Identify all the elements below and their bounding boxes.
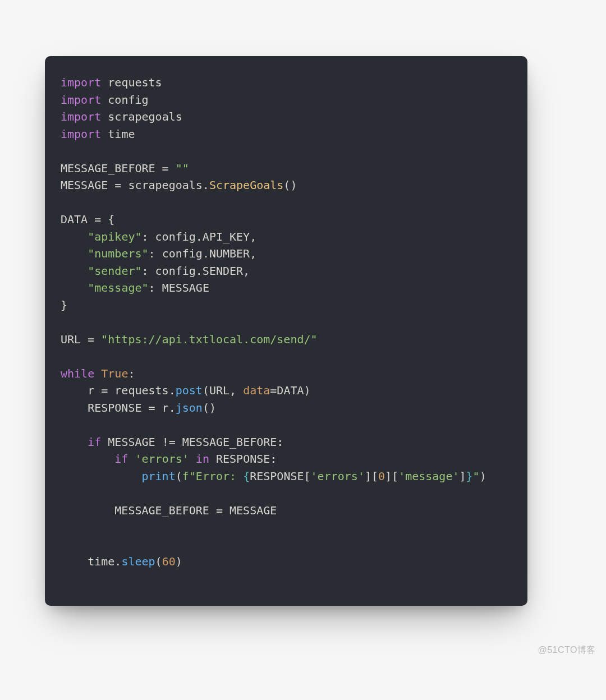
watermark-text: @51CTO博客 [538,644,596,656]
interp-mid2: ][ [385,469,398,483]
mod-config: config [108,93,148,107]
err-k2: 'message' [398,469,459,483]
colon: : [128,367,135,380]
kw-import: import [61,93,101,107]
msg-decl: MESSAGE = scrapegoals. [61,178,209,192]
r-args-close: =DATA) [270,384,310,397]
interp-open: { [243,469,250,483]
fstring-suffix: " [473,469,480,483]
sleep-close: ) [176,555,182,568]
fn-json: json [176,401,203,415]
data-head: DATA = { [61,213,114,226]
interp-body: RESPONSE[ [250,469,310,483]
kwarg-data: data [243,384,270,397]
sleep-pad: time. [61,555,121,568]
print-pad [61,469,142,483]
cond-2a [128,452,135,466]
kw-if: if [88,435,101,449]
parens: () [283,178,297,192]
code-block: import requests import config import scr… [61,74,527,570]
r-args-open: (URL, [203,384,243,397]
msg-before-decl: MESSAGE_BEFORE = [61,162,176,175]
const-true: True [101,367,128,380]
interp-mid: ][ [365,469,378,483]
idx-zero: 0 [378,469,385,483]
kw-while: while [61,367,94,380]
key-message: "message" [88,281,148,294]
sleep-open: ( [155,555,162,568]
kw-import: import [61,127,101,141]
interp-end: ] [460,469,466,483]
mod-time: time [108,127,135,141]
err-k1: 'errors' [311,469,365,483]
url-string: "https://api.txtlocal.com/send/" [101,333,317,346]
kw-import: import [61,110,101,123]
cond-2b: RESPONSE: [216,452,277,466]
num-sixty: 60 [162,555,176,568]
resp-tail: () [203,401,216,415]
resp-decl: RESPONSE = r. [61,401,176,415]
data-tail: } [61,298,67,312]
r-decl: r = requests. [61,384,176,397]
scrapegoals-class: ScrapeGoals [209,178,283,192]
print-close: ) [480,469,486,483]
code-card: import requests import config import scr… [45,56,527,606]
val-message: : MESSAGE [149,281,209,294]
kw-if: if [114,452,128,466]
url-decl: URL = [61,333,101,346]
key-sender: "sender" [88,264,141,278]
kw-in: in [189,452,216,466]
fn-sleep: sleep [121,555,155,568]
key-numbers: "numbers" [88,247,148,260]
fn-post: post [176,384,203,397]
mod-requests: requests [108,76,162,89]
fstring-prefix: f"Error: [182,469,243,483]
val-apikey: : config.API_KEY, [142,230,257,243]
interp-close: } [466,469,473,483]
str-errors: 'errors' [135,452,189,466]
print-open: ( [176,469,182,483]
val-sender: : config.SENDER, [142,264,250,278]
fn-print: print [142,469,176,483]
cond-1: MESSAGE != MESSAGE_BEFORE: [101,435,283,449]
key-apikey: "apikey" [88,230,141,243]
val-numbers: : config.NUMBER, [149,247,257,260]
mod-scrapegoals: scrapegoals [108,110,182,123]
empty-string: "" [176,162,189,175]
kw-import: import [61,76,101,89]
assign-back: MESSAGE_BEFORE = MESSAGE [61,504,277,517]
